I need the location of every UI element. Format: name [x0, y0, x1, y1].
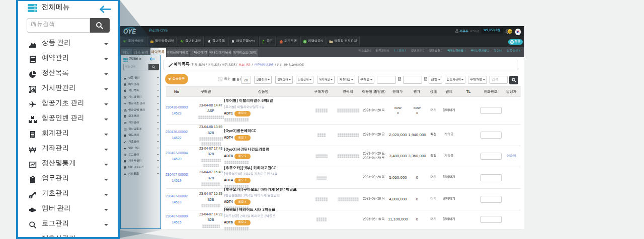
svg-text:20: 20: [509, 30, 512, 33]
svg-text:N: N: [304, 40, 305, 43]
